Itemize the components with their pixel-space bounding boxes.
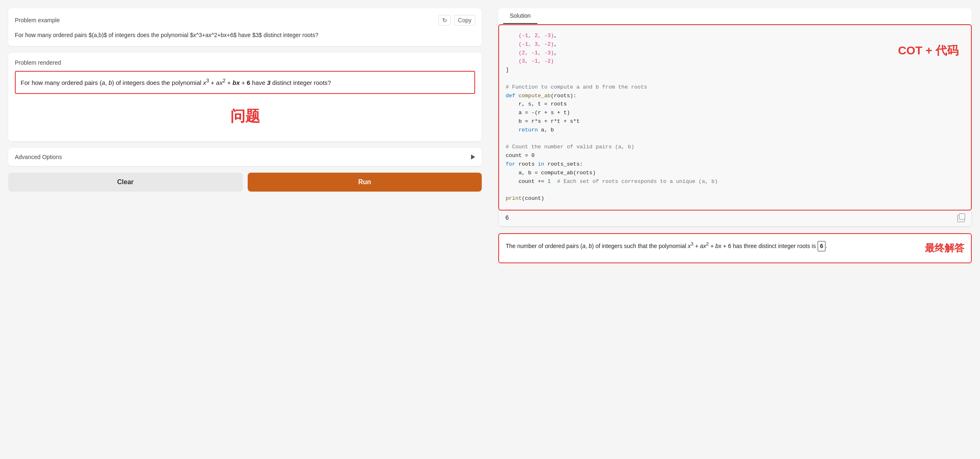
solution-card: Solution COT + 代码 (-1, 2, -3), (-1, 3, -… xyxy=(498,8,972,227)
action-button-row: Clear Run xyxy=(8,173,482,192)
code-line: print(count) xyxy=(506,194,964,203)
code-line: ] xyxy=(506,66,964,75)
code-line: return a, b xyxy=(506,126,964,135)
copy-button[interactable]: Copy xyxy=(454,15,475,26)
answer-box: The number of ordered pairs (a, b) of in… xyxy=(498,233,972,263)
output-value: 6 xyxy=(505,215,509,222)
code-line: count += 1 # Each set of roots correspon… xyxy=(506,178,964,186)
advanced-options-bar[interactable]: Advanced Options xyxy=(8,148,482,166)
problem-rendered-card: Problem rendered For how many ordered pa… xyxy=(8,53,482,141)
problem-example-header: Problem example ↻ Copy xyxy=(15,15,475,26)
run-button[interactable]: Run xyxy=(248,173,482,192)
code-area: COT + 代码 (-1, 2, -3), (-1, 3, -2), (2, -… xyxy=(498,24,972,211)
problem-rendered-header: Problem rendered xyxy=(15,59,475,66)
answer-value: 6 xyxy=(818,241,826,252)
problem-example-text: For how many ordered pairs $(a,b)$ of in… xyxy=(15,30,475,40)
code-line xyxy=(506,135,964,143)
answer-watermark: 最终解答 xyxy=(925,240,964,257)
code-line: for roots in roots_sets: xyxy=(506,160,964,169)
code-line: (-1, 3, -2), xyxy=(506,40,964,49)
left-panel: Problem example ↻ Copy For how many orde… xyxy=(0,0,490,459)
code-line: count = 0 xyxy=(506,152,964,160)
code-line xyxy=(506,75,964,83)
solution-tab-bar: Solution xyxy=(498,8,972,24)
answer-text: The number of ordered pairs (a, b) of in… xyxy=(506,240,917,251)
code-line: a, b = compute_ab(roots) xyxy=(506,169,964,178)
code-watermark: COT + 代码 xyxy=(898,42,959,60)
code-line xyxy=(506,186,964,194)
rendered-math-box: For how many ordered pairs (a, b) of int… xyxy=(15,71,475,94)
clear-button[interactable]: Clear xyxy=(8,173,243,192)
answer-prefix: The number of ordered pairs (a, b) of in… xyxy=(506,243,827,249)
refresh-button[interactable]: ↻ xyxy=(438,15,451,26)
code-line: (-1, 2, -3), xyxy=(506,32,964,40)
problem-example-card: Problem example ↻ Copy For how many orde… xyxy=(8,8,482,46)
right-panel: Solution COT + 代码 (-1, 2, -3), (-1, 3, -… xyxy=(490,0,980,459)
code-line: (2, -1, -3), xyxy=(506,49,964,58)
code-line: b = r*s + r*t + s*t xyxy=(506,117,964,126)
code-line: (3, -1, -2) xyxy=(506,57,964,66)
code-line: # Function to compute a and b from the r… xyxy=(506,83,964,92)
problem-example-label: Problem example xyxy=(15,17,60,23)
code-line: a = -(r + s + t) xyxy=(506,109,964,117)
problem-rendered-label: Problem rendered xyxy=(15,59,61,66)
problem-watermark: 问题 xyxy=(15,94,475,135)
code-line: # Count the number of valid pairs (a, b) xyxy=(506,143,964,152)
collapse-icon xyxy=(471,155,475,159)
output-bar: 6 xyxy=(498,211,972,227)
code-line: def compute_ab(roots): xyxy=(506,92,964,101)
advanced-options-label: Advanced Options xyxy=(15,154,62,160)
code-line: r, s, t = roots xyxy=(506,100,964,109)
problem-example-actions: ↻ Copy xyxy=(438,15,475,26)
solution-tab[interactable]: Solution xyxy=(503,8,537,24)
copy-output-icon[interactable] xyxy=(957,215,965,222)
